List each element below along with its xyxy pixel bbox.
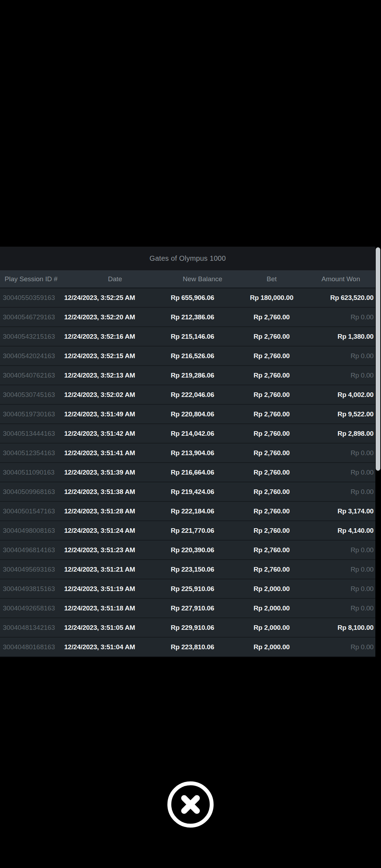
amount-won-cell: Rp 0.00: [306, 643, 375, 651]
bet-cell: Rp 2,000.00: [237, 604, 306, 612]
modal-title-bar: Gates of Olympus 1000: [0, 247, 375, 270]
date-cell: 12/24/2023, 3:51:39 AM: [62, 469, 168, 476]
bet-cell: Rp 2,760.00: [237, 391, 306, 399]
table-row: 30040495693163 12/24/2023, 3:51:21 AM Rp…: [0, 560, 375, 579]
new-balance-cell: Rp 216,526.06: [168, 352, 237, 360]
column-header-play-session-id: Play Session ID #: [0, 275, 62, 283]
session-id-cell: 30040540762163: [0, 372, 62, 379]
history-table-header: Play Session ID # Date New Balance Bet A…: [0, 270, 375, 288]
date-cell: 12/24/2023, 3:51:05 AM: [62, 624, 168, 632]
date-cell: 12/24/2023, 3:51:21 AM: [62, 566, 168, 573]
new-balance-cell: Rp 223,150.06: [168, 566, 237, 573]
session-id-cell: 30040498008163: [0, 527, 62, 535]
session-id-cell: 30040519730163: [0, 410, 62, 418]
amount-won-cell: Rp 2,898.00: [306, 430, 375, 438]
date-cell: 12/24/2023, 3:51:38 AM: [62, 488, 168, 496]
bet-cell: Rp 2,000.00: [237, 624, 306, 632]
date-cell: 12/24/2023, 3:52:02 AM: [62, 391, 168, 399]
new-balance-cell: Rp 219,286.06: [168, 372, 237, 379]
session-id-cell: 30040495693163: [0, 566, 62, 573]
date-cell: 12/24/2023, 3:51:49 AM: [62, 410, 168, 418]
table-row: 30040509968163 12/24/2023, 3:51:38 AM Rp…: [0, 482, 375, 502]
table-row: 30040480168163 12/24/2023, 3:51:04 AM Rp…: [0, 638, 375, 657]
table-row: 30040513444163 12/24/2023, 3:51:42 AM Rp…: [0, 424, 375, 444]
session-id-cell: 30040480168163: [0, 643, 62, 651]
date-cell: 12/24/2023, 3:51:23 AM: [62, 546, 168, 554]
bet-cell: Rp 2,760.00: [237, 430, 306, 438]
new-balance-cell: Rp 219,424.06: [168, 488, 237, 496]
date-cell: 12/24/2023, 3:52:20 AM: [62, 313, 168, 321]
new-balance-cell: Rp 221,770.06: [168, 527, 237, 535]
bet-cell: Rp 2,760.00: [237, 566, 306, 573]
amount-won-cell: Rp 623,520.00: [306, 294, 375, 302]
amount-won-cell: Rp 0.00: [306, 352, 375, 360]
table-row: 30040496814163 12/24/2023, 3:51:23 AM Rp…: [0, 541, 375, 560]
table-row: 30040501547163 12/24/2023, 3:51:28 AM Rp…: [0, 502, 375, 521]
new-balance-cell: Rp 213,904.06: [168, 449, 237, 457]
game-history-modal: Gates of Olympus 1000 Play Session ID # …: [0, 247, 375, 657]
session-id-cell: 30040530745163: [0, 391, 62, 399]
session-id-cell: 30040512354163: [0, 449, 62, 457]
new-balance-cell: Rp 215,146.06: [168, 333, 237, 340]
table-row: 30040542024163 12/24/2023, 3:52:15 AM Rp…: [0, 346, 375, 366]
new-balance-cell: Rp 223,810.06: [168, 643, 237, 651]
date-cell: 12/24/2023, 3:51:18 AM: [62, 604, 168, 612]
amount-won-cell: Rp 1,380.00: [306, 333, 375, 340]
session-id-cell: 30040492658163: [0, 604, 62, 612]
scrollbar-thumb[interactable]: [376, 247, 380, 471]
date-cell: 12/24/2023, 3:52:25 AM: [62, 294, 168, 302]
date-cell: 12/24/2023, 3:51:04 AM: [62, 643, 168, 651]
table-row: 30040530745163 12/24/2023, 3:52:02 AM Rp…: [0, 385, 375, 405]
history-table-body[interactable]: 30040550359163 12/24/2023, 3:52:25 AM Rp…: [0, 288, 375, 657]
date-cell: 12/24/2023, 3:52:16 AM: [62, 333, 168, 340]
new-balance-cell: Rp 220,390.06: [168, 546, 237, 554]
table-row: 30040519730163 12/24/2023, 3:51:49 AM Rp…: [0, 405, 375, 424]
table-row: 30040492658163 12/24/2023, 3:51:18 AM Rp…: [0, 599, 375, 618]
bet-cell: Rp 2,760.00: [237, 449, 306, 457]
session-id-cell: 30040496814163: [0, 546, 62, 554]
amount-won-cell: Rp 4,140.00: [306, 527, 375, 535]
amount-won-cell: Rp 0.00: [306, 488, 375, 496]
new-balance-cell: Rp 229,910.06: [168, 624, 237, 632]
amount-won-cell: Rp 0.00: [306, 469, 375, 476]
bet-cell: Rp 2,760.00: [237, 507, 306, 515]
session-id-cell: 30040509968163: [0, 488, 62, 496]
session-id-cell: 30040513444163: [0, 430, 62, 438]
amount-won-cell: Rp 0.00: [306, 449, 375, 457]
table-row: 30040511090163 12/24/2023, 3:51:39 AM Rp…: [0, 463, 375, 482]
session-id-cell: 30040550359163: [0, 294, 62, 302]
bet-cell: Rp 2,760.00: [237, 546, 306, 554]
x-circle-icon: [167, 824, 214, 829]
session-id-cell: 30040542024163: [0, 352, 62, 360]
column-header-new-balance: New Balance: [168, 275, 237, 283]
date-cell: 12/24/2023, 3:51:28 AM: [62, 507, 168, 515]
new-balance-cell: Rp 212,386.06: [168, 313, 237, 321]
date-cell: 12/24/2023, 3:51:19 AM: [62, 585, 168, 593]
table-row: 30040481342163 12/24/2023, 3:51:05 AM Rp…: [0, 618, 375, 638]
new-balance-cell: Rp 216,664.06: [168, 469, 237, 476]
session-id-cell: 30040501547163: [0, 507, 62, 515]
table-row: 30040493815163 12/24/2023, 3:51:19 AM Rp…: [0, 579, 375, 599]
new-balance-cell: Rp 222,046.06: [168, 391, 237, 399]
screen-background: Gates of Olympus 1000 Play Session ID # …: [0, 0, 381, 868]
session-id-cell: 30040481342163: [0, 624, 62, 632]
column-header-date: Date: [62, 275, 168, 283]
bet-cell: Rp 2,760.00: [237, 488, 306, 496]
close-button[interactable]: [167, 781, 214, 828]
amount-won-cell: Rp 0.00: [306, 585, 375, 593]
bet-cell: Rp 2,760.00: [237, 410, 306, 418]
table-row: 30040546729163 12/24/2023, 3:52:20 AM Rp…: [0, 308, 375, 327]
amount-won-cell: Rp 4,002.00: [306, 391, 375, 399]
amount-won-cell: Rp 0.00: [306, 372, 375, 379]
bet-cell: Rp 2,760.00: [237, 469, 306, 476]
session-id-cell: 30040511090163: [0, 469, 62, 476]
new-balance-cell: Rp 225,910.06: [168, 585, 237, 593]
bet-cell: Rp 2,000.00: [237, 585, 306, 593]
session-id-cell: 30040546729163: [0, 313, 62, 321]
date-cell: 12/24/2023, 3:51:24 AM: [62, 527, 168, 535]
column-header-amount-won: Amount Won: [306, 275, 375, 283]
scrollbar-track[interactable]: [375, 247, 381, 657]
session-id-cell: 30040493815163: [0, 585, 62, 593]
column-header-bet: Bet: [237, 275, 306, 283]
bet-cell: Rp 2,760.00: [237, 333, 306, 340]
